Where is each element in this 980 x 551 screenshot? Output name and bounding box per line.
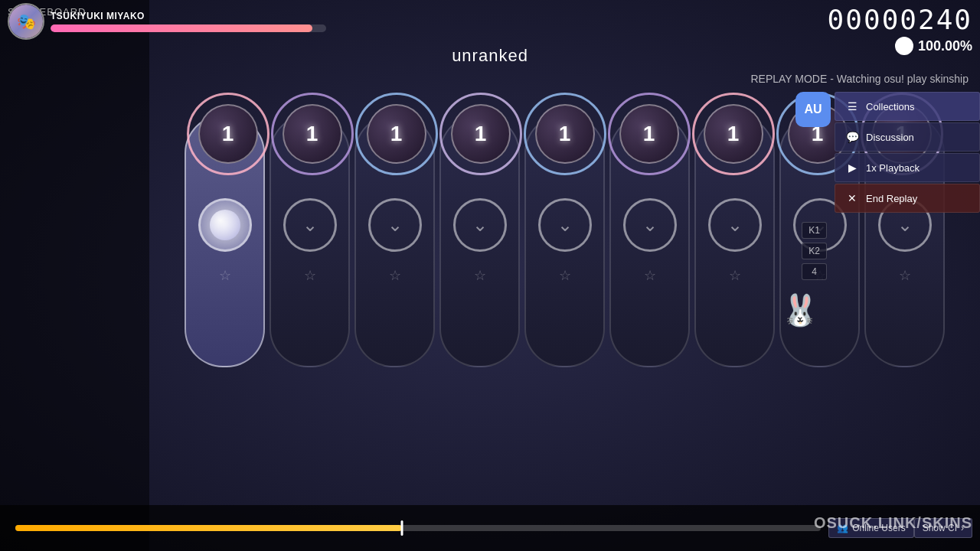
star-icon-0: ☆ xyxy=(219,267,231,284)
key-circle-6: ⌄ xyxy=(708,198,762,252)
hp-bar xyxy=(51,24,312,32)
discussion-icon: 💬 xyxy=(844,129,860,145)
skins-link: OSUCK.LINK/SKINS xyxy=(814,514,972,532)
collections-label: Collections xyxy=(866,101,915,112)
key-circle-5: ⌄ xyxy=(623,198,677,252)
hit-number-4: 1 xyxy=(559,122,571,146)
hit-circle-6: 1 xyxy=(691,92,776,176)
score-number: 00000240 xyxy=(828,4,972,35)
hit-circle-2: 1 xyxy=(354,92,439,176)
discussion-label: Discussion xyxy=(866,132,914,143)
discussion-button[interactable]: 💬 Discussion xyxy=(835,122,980,152)
star-icon-3: ☆ xyxy=(474,267,486,284)
avatar-image: 🎭 xyxy=(9,5,43,38)
chevron-icon-6: ⌄ xyxy=(727,214,743,236)
player-name: TSUKIYUKI MIYAKO xyxy=(51,11,326,21)
end-replay-button[interactable]: ✕ End Replay xyxy=(835,184,980,213)
chevron-icon-1: ⌄ xyxy=(302,214,318,236)
key-circle-4: ⌄ xyxy=(538,198,592,252)
hit-circle-0: 1 xyxy=(186,92,270,176)
player-info: TSUKIYUKI MIYAKO xyxy=(51,11,326,32)
au-badge: AU xyxy=(795,92,831,127)
star-icon-5: ☆ xyxy=(644,267,656,284)
hit-circle-3: 1 xyxy=(439,92,523,176)
end-replay-icon: ✕ xyxy=(844,191,860,206)
scoreboard-panel: SCOREBOARD xyxy=(0,0,149,551)
playback-label: 1x Playback xyxy=(866,162,920,174)
unranked-label: unranked xyxy=(452,46,528,66)
hp-bar-container xyxy=(51,24,326,32)
character-area: 🐰 xyxy=(769,260,831,360)
progress-marker xyxy=(401,520,403,536)
right-panel: ☰ Collections 💬 Discussion ▶ 1x Playback… xyxy=(835,92,980,213)
replay-mode-text: REPLAY MODE - Watching osu! play skinshi… xyxy=(750,73,969,85)
hit-number-0: 1 xyxy=(222,122,234,146)
chevron-icon-4: ⌄ xyxy=(557,214,573,236)
hit-circle-1: 1 xyxy=(270,92,354,176)
hit-number-1: 1 xyxy=(306,122,318,146)
accuracy-row: 100.00% xyxy=(828,37,972,55)
key-circle-0 xyxy=(198,198,252,252)
chevron-icon-3: ⌄ xyxy=(472,214,488,236)
key-circle-1: ⌄ xyxy=(283,198,337,252)
star-icon-1: ☆ xyxy=(304,267,316,284)
star-icon-8: ☆ xyxy=(899,267,911,284)
accuracy-text: 100.00% xyxy=(918,38,972,54)
accuracy-circle xyxy=(895,37,913,55)
star-icon-2: ☆ xyxy=(389,267,401,284)
hit-circle-5: 1 xyxy=(607,92,691,176)
hit-number-5: 1 xyxy=(643,122,655,146)
hit-number-6: 1 xyxy=(727,122,740,146)
hit-number-3: 1 xyxy=(475,122,487,146)
chevron-icon-8: ⌄ xyxy=(897,214,913,236)
star-icon-4: ☆ xyxy=(559,267,571,284)
k2-indicator: K2 xyxy=(802,243,827,259)
chevron-icon-5: ⌄ xyxy=(642,214,658,236)
hit-circle-4: 1 xyxy=(523,92,607,176)
progress-container xyxy=(15,525,821,531)
collections-button[interactable]: ☰ Collections xyxy=(835,92,980,121)
avatar: 🎭 xyxy=(8,3,44,40)
score-display: 00000240 100.00% xyxy=(828,4,972,55)
collections-icon: ☰ xyxy=(844,99,860,114)
hit-number-2: 1 xyxy=(390,122,403,146)
playback-button[interactable]: ▶ 1x Playback xyxy=(835,153,980,182)
key-circle-3: ⌄ xyxy=(453,198,507,252)
progress-bar xyxy=(15,525,402,531)
star-icon-6: ☆ xyxy=(729,267,741,284)
character-sprite: 🐰 xyxy=(769,260,831,360)
key-circle-2: ⌄ xyxy=(368,198,422,252)
chevron-icon-2: ⌄ xyxy=(387,214,403,236)
k1-indicator: K1 xyxy=(802,222,827,239)
end-replay-label: End Replay xyxy=(866,193,917,204)
playback-icon: ▶ xyxy=(844,160,860,175)
